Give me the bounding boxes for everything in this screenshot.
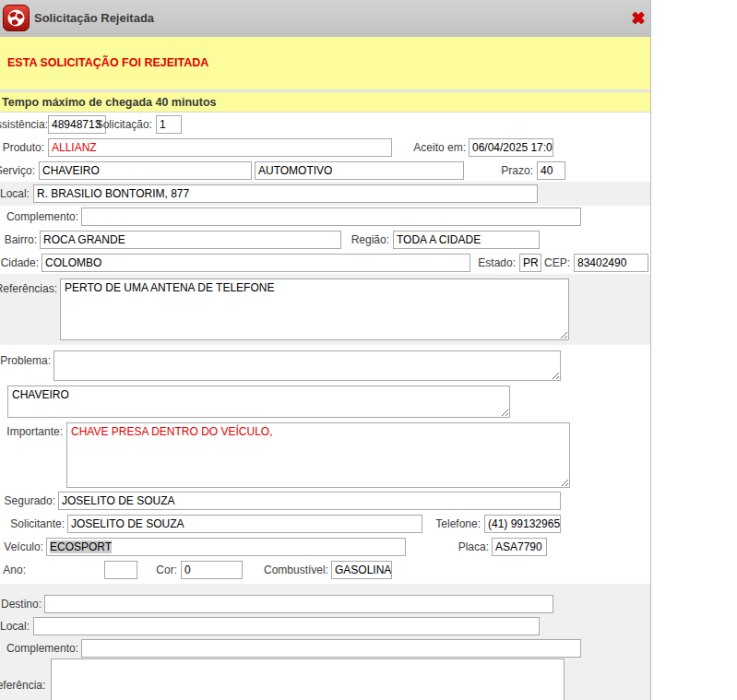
prazo-field[interactable]: 40 (537, 161, 565, 180)
destino-referencia-textarea[interactable] (51, 658, 565, 700)
dialog-right-border (650, 0, 651, 700)
arrival-banner-text: Tempo máximo de chegada 40 minutos (2, 96, 216, 109)
dialog-title: Solicitação Rejeitada (34, 11, 154, 25)
solicitacao-field[interactable]: 1 (156, 115, 182, 134)
combustivel-field[interactable]: GASOLINA (331, 561, 392, 579)
combustivel-label: Combustível: (0, 564, 328, 576)
problema-textarea[interactable] (53, 350, 561, 381)
importante-label: Importante: (0, 425, 63, 438)
referencias-label: Referências: (0, 282, 57, 295)
local-label: Local: (0, 187, 30, 200)
telefone-label: Telefone: (0, 517, 481, 530)
cep-label: CEP: (0, 256, 570, 269)
regiao-field[interactable]: TODA A CIDADE (393, 231, 540, 249)
destino-referencia-label: Referência: (0, 679, 42, 692)
segurado-field[interactable]: JOSELITO DE SOUZA (58, 492, 561, 510)
arrival-banner: Tempo máximo de chegada 40 minutos (0, 92, 650, 113)
destino-complemento-label: Complemento: (0, 642, 78, 655)
destino-complemento-field[interactable] (81, 639, 581, 658)
local-field[interactable]: R. BRASILIO BONTORIM, 877 (33, 184, 538, 203)
cep-field[interactable]: 83402490 (574, 254, 648, 272)
referencias-textarea[interactable]: PERTO DE UMA ANTENA DE TELEFONE (60, 279, 569, 340)
destino-local-field[interactable] (33, 617, 540, 635)
aceito-em-label: Aceito em: (0, 141, 466, 154)
problema-label: Problema: (0, 354, 51, 367)
rejected-banner: ESTA SOLICITAÇÃO FOI REJEITADA (0, 37, 650, 89)
rejected-banner-text: ESTA SOLICITAÇÃO FOI REJEITADA (7, 56, 208, 69)
red-globe-icon (3, 5, 30, 31)
aceito-em-field[interactable]: 06/04/2025 17:00 (469, 138, 553, 157)
complemento-field[interactable] (81, 208, 581, 226)
placa-label: Placa: (0, 540, 489, 553)
rejected-request-dialog: Solicitação Rejeitada ✖ ESTA SOLICITAÇÃO… (0, 0, 737, 700)
regiao-label: Região: (0, 233, 389, 246)
destino-label: Destino: (0, 598, 42, 611)
complemento-label: Complemento: (0, 210, 78, 223)
telefone-field[interactable]: (41) 991329651 (484, 515, 561, 533)
importante-textarea[interactable]: CHAVE PRESA DENTRO DO VEÍCULO, (66, 422, 570, 488)
problema-descricao-textarea[interactable]: CHAVEIRO (7, 386, 510, 418)
destino-local-label: Local: (0, 620, 30, 633)
prazo-label: Prazo: (0, 164, 533, 177)
placa-field[interactable]: ASA7790 (492, 538, 547, 556)
segurado-label: Segurado: (0, 494, 55, 507)
close-icon[interactable]: ✖ (629, 8, 648, 29)
solicitacao-label: Solicitação: (0, 118, 152, 131)
destino-field[interactable] (44, 595, 553, 613)
